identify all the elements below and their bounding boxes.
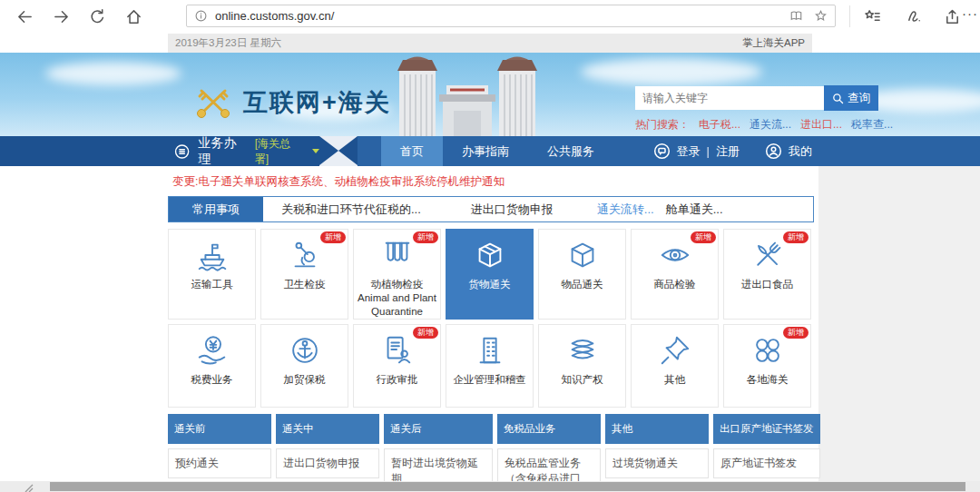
- nav-ribbon-divider: [319, 136, 358, 166]
- hot-search-link[interactable]: 进出口...: [800, 117, 842, 133]
- login-icon: [653, 143, 671, 160]
- package-icon: [473, 238, 507, 272]
- service-card-administrative-approval[interactable]: 新增 行政审批: [353, 324, 441, 408]
- search-button[interactable]: 查询: [824, 85, 878, 111]
- register-link[interactable]: 注册: [716, 143, 740, 160]
- tab-common-items[interactable]: 常用事项: [169, 197, 263, 221]
- hot-search-link[interactable]: 通关流...: [750, 117, 791, 133]
- books-icon: [565, 333, 600, 368]
- service-card-enterprise-management[interactable]: 企业管理和稽查: [446, 324, 534, 408]
- customs-building-image: [363, 53, 572, 136]
- service-card-bonded-trade[interactable]: 加贸保税: [260, 324, 348, 408]
- new-badge: 新增: [413, 327, 438, 339]
- business-menu-label: 业务办理: [198, 135, 247, 168]
- account-area: 登录 | 注册 我的: [653, 143, 812, 160]
- settings-more-icon[interactable]: ···: [962, 5, 978, 21]
- column-link[interactable]: 原产地证书签发: [713, 448, 820, 478]
- column-header: 其他: [605, 414, 709, 444]
- mobile-app-link[interactable]: 掌上海关APP: [742, 36, 805, 50]
- address-bar[interactable]: online.customs.gov.cn/: [186, 5, 836, 27]
- coin-hand-icon: [195, 333, 230, 368]
- column-link[interactable]: 过境货物通关: [605, 448, 709, 478]
- site-logo[interactable]: 互联网+海关: [192, 84, 391, 122]
- home-icon[interactable]: [125, 8, 142, 25]
- hot-search-link[interactable]: 税率查...: [851, 117, 893, 133]
- search-input[interactable]: [635, 86, 824, 110]
- toolbar-divider: [849, 5, 850, 27]
- cloud-decoration: [45, 62, 181, 85]
- hot-search-link[interactable]: 电子税...: [699, 117, 740, 133]
- document-person-icon: [380, 333, 415, 368]
- column-header: 通关中: [276, 414, 379, 444]
- login-link[interactable]: 登录: [677, 143, 701, 160]
- new-badge: 新增: [413, 231, 438, 243]
- service-card-intellectual-property[interactable]: 知识产权: [538, 324, 626, 408]
- department-selector[interactable]: [海关总署]: [255, 136, 302, 167]
- hot-search-label: 热门搜索：: [635, 117, 690, 133]
- reading-view-icon[interactable]: [789, 9, 803, 23]
- browser-toolbar: online.customs.gov.cn/ ···: [0, 0, 980, 34]
- search-icon: [832, 93, 844, 104]
- category-tab-bar: 常用事项 关税和进口环节代征税的... 进出口货物申报 通关流转... 舱单通关…: [168, 196, 814, 222]
- pushpin-icon: [658, 333, 692, 368]
- test-tubes-icon: [380, 238, 415, 272]
- nav-tab-public-service[interactable]: 公共服务: [528, 136, 613, 166]
- favorites-hub-icon[interactable]: [864, 8, 881, 25]
- ink-annotate-icon[interactable]: [906, 8, 923, 25]
- tab-manifest[interactable]: 舱单通关...: [666, 197, 723, 221]
- site-top-strip: 2019年3月23日 星期六 掌上海关APP: [0, 34, 980, 53]
- service-card-articles-clearance[interactable]: 物品通关: [538, 229, 626, 320]
- service-card-transport[interactable]: 运输工具: [168, 229, 256, 320]
- column-link[interactable]: 预约通关: [168, 448, 271, 478]
- business-menu[interactable]: 业务办理 [海关总署]: [0, 136, 319, 166]
- service-card-health-quarantine[interactable]: 新增 卫生检疫: [260, 229, 348, 320]
- service-card-animal-plant-quarantine[interactable]: 新增 动植物检疫 Animal and Plant Quarantine: [353, 229, 441, 320]
- tab-tariff[interactable]: 关税和进口环节代征税的...: [281, 197, 421, 221]
- utensils-icon: [750, 238, 785, 272]
- scrollbar-thumb[interactable]: [50, 482, 965, 491]
- tab-goods-declaration[interactable]: 进出口货物申报: [471, 197, 554, 221]
- hot-search-row: 热门搜索： 电子税... 通关流... 进出口... 税率查...: [635, 117, 898, 133]
- service-card-cargo-clearance[interactable]: 货物通关: [446, 229, 534, 320]
- new-badge: 新增: [783, 231, 808, 243]
- chevron-down-icon: [312, 149, 319, 153]
- date-text: 2019年3月23日 星期六: [175, 36, 281, 50]
- tab-clearance-flow[interactable]: 通关流转...: [597, 197, 654, 221]
- service-card-regional-customs[interactable]: 新增 各地海关: [723, 324, 811, 408]
- customs-keys-logo-icon: [192, 84, 234, 122]
- horizontal-scrollbar[interactable]: [0, 481, 980, 492]
- search-area: 查询 热门搜索： 电子税... 通关流... 进出口... 税率查...: [635, 85, 898, 133]
- nav-tab-home[interactable]: 首页: [381, 136, 443, 166]
- microscope-icon: [288, 238, 322, 272]
- forward-icon[interactable]: [53, 8, 70, 25]
- new-badge: 新增: [691, 231, 716, 243]
- building-icon: [473, 333, 507, 368]
- maintenance-notice-link[interactable]: 变更:电子通关单联网核查系统、动植物检疫审批系统停机维护通知: [172, 174, 505, 190]
- my-account-link[interactable]: 我的: [789, 143, 812, 160]
- service-card-commodity-inspection[interactable]: 新增 商品检验: [631, 229, 719, 320]
- main-nav: 业务办理 [海关总署] 首页 办事指南 公共服务 登录 | 注册 我的: [0, 136, 980, 166]
- site-title: 互联网+海关: [243, 86, 391, 119]
- cloud-decoration: [581, 58, 762, 85]
- column-link[interactable]: 进出口货物申报: [276, 448, 379, 478]
- nav-tab-guide[interactable]: 办事指南: [443, 136, 528, 166]
- column-header: 免税品业务: [497, 414, 601, 444]
- url-text[interactable]: online.customs.gov.cn/: [215, 9, 789, 23]
- service-card-other[interactable]: 其他: [631, 324, 719, 408]
- browser-window: online.customs.gov.cn/ ··· 2019年3月23日 星期…: [0, 0, 980, 492]
- menu-circle-icon: [174, 143, 190, 160]
- user-icon: [765, 143, 782, 160]
- share-icon[interactable]: [944, 8, 961, 25]
- column-header: 通关后: [384, 414, 493, 444]
- refresh-icon[interactable]: [89, 8, 106, 25]
- new-badge: 新增: [783, 327, 808, 339]
- cube-icon: [565, 238, 600, 272]
- service-card-food-import-export[interactable]: 新增 进出口食品: [723, 229, 811, 320]
- service-card-tax[interactable]: 税费业务: [168, 324, 256, 408]
- service-grid: 运输工具 新增 卫生检疫 新增 动植物检疫 Animal and Plant Q…: [168, 229, 812, 408]
- site-banner: 互联网+海关 查询 热门搜索： 电子税... 通关流... 进出口... 税率查…: [0, 53, 980, 136]
- scroll-corner-icon: [24, 481, 34, 492]
- favorite-star-icon[interactable]: [814, 9, 828, 23]
- site-info-icon[interactable]: [194, 9, 208, 23]
- back-icon[interactable]: [16, 8, 34, 25]
